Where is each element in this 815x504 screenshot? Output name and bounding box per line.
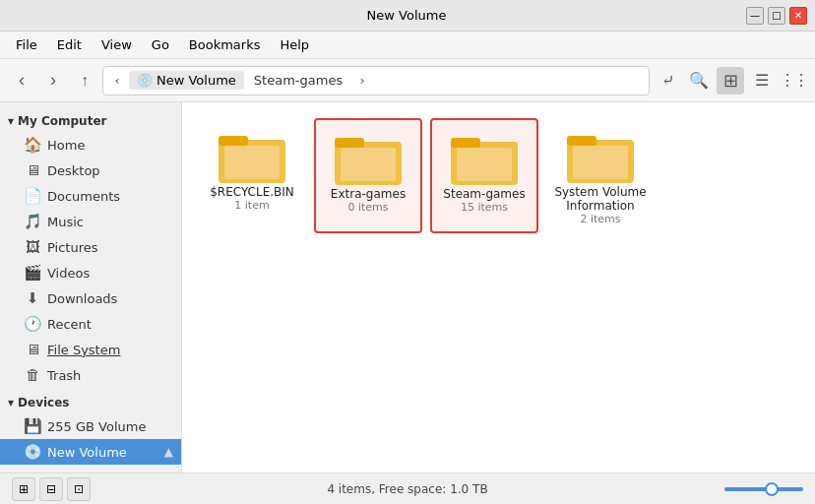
folder-steamgames-count: 15 items	[461, 201, 508, 214]
desktop-icon: 🖥	[24, 161, 41, 179]
folder-extragames-name: Extra-games	[331, 187, 406, 201]
folder-sysvolinfo-name: System Volume Information	[554, 185, 647, 213]
window-title: New Volume	[67, 8, 746, 23]
main-area: ▾ My Computer 🏠 Home 🖥 Desktop 📄 Documen…	[0, 102, 815, 472]
recent-label: Recent	[47, 317, 173, 332]
minimize-button[interactable]: —	[746, 7, 764, 25]
menu-file[interactable]: File	[8, 34, 45, 55]
computer-section-label: My Computer	[18, 114, 106, 128]
forward-button[interactable]: ›	[39, 67, 67, 94]
svg-rect-7	[451, 138, 480, 148]
svg-rect-10	[567, 136, 596, 146]
folder-extragames[interactable]: Extra-games 0 items	[314, 118, 422, 233]
breadcrumb-newvolume[interactable]: 💿 New Volume	[129, 71, 244, 90]
sidebar-item-newvolume[interactable]: 💿 New Volume ▲	[0, 439, 181, 465]
window-controls[interactable]: — □ ✕	[746, 7, 807, 25]
filesystem-icon: 🖥	[24, 341, 41, 358]
sidebar-item-documents[interactable]: 📄 Documents	[0, 183, 181, 209]
downloads-label: Downloads	[47, 291, 173, 306]
menu-view[interactable]: View	[94, 34, 140, 55]
newvolume-sidebar-icon: 💿	[24, 443, 41, 461]
status-bar: ⊞ ⊟ ⊡ 4 items, Free space: 1.0 TB	[0, 472, 815, 504]
status-left-buttons: ⊞ ⊟ ⊡	[12, 477, 91, 501]
view-compact-button[interactable]: ⋮⋮	[780, 67, 807, 94]
devices-chevron-icon: ▾	[8, 396, 14, 410]
breadcrumb-steamgames[interactable]: Steam-games	[246, 71, 350, 90]
folder-extragames-icon	[333, 128, 404, 187]
menu-help[interactable]: Help	[272, 34, 317, 55]
path-toggle-button[interactable]: ⤶	[654, 67, 681, 94]
downloads-icon: ⬇	[24, 289, 41, 307]
view-grid-button[interactable]: ⊞	[717, 67, 744, 94]
eject-icon[interactable]: ▲	[164, 445, 173, 459]
menu-bar: File Edit View Go Bookmarks Help	[0, 32, 815, 59]
search-button[interactable]: 🔍	[685, 67, 713, 94]
sidebar-section-devices[interactable]: ▾ Devices	[0, 392, 181, 413]
svg-rect-2	[224, 146, 280, 179]
folder-sysvolinfo-count: 2 items	[580, 213, 620, 225]
sidebar-item-volume255[interactable]: 💾 255 GB Volume	[0, 413, 181, 439]
devices-section-label: Devices	[18, 396, 69, 410]
videos-icon: 🎬	[24, 264, 41, 282]
title-bar: New Volume — □ ✕	[0, 0, 815, 32]
toolbar-right: ⤶ 🔍 ⊞ ☰ ⋮⋮	[654, 67, 807, 94]
sidebar-item-filesystem[interactable]: 🖥 File System	[0, 337, 181, 362]
desktop-label: Desktop	[47, 163, 173, 178]
folder-sysvolinfo-icon	[565, 126, 636, 185]
sidebar-item-music[interactable]: 🎵 Music	[0, 209, 181, 234]
folder-recycle-name: $RECYCLE.BIN	[210, 185, 294, 199]
music-icon: 🎵	[24, 213, 41, 230]
sidebar-item-desktop[interactable]: 🖥 Desktop	[0, 158, 181, 183]
documents-label: Documents	[47, 189, 173, 204]
svg-rect-1	[219, 136, 248, 146]
music-label: Music	[47, 215, 173, 229]
status-text: 4 items, Free space: 1.0 TB	[98, 482, 717, 496]
sidebar-item-pictures[interactable]: 🖼 Pictures	[0, 234, 181, 260]
bc-next[interactable]: ›	[352, 69, 372, 93]
close-button[interactable]: ✕	[789, 7, 807, 25]
up-button[interactable]: ↑	[71, 67, 98, 94]
folder-steamgames-name: Steam-games	[443, 187, 525, 201]
folder-recycle-icon	[217, 126, 287, 185]
zoom-slider[interactable]	[724, 487, 803, 491]
folder-recycle[interactable]: $RECYCLE.BIN 1 item	[198, 118, 306, 233]
documents-icon: 📄	[24, 187, 41, 205]
status-btn2[interactable]: ⊟	[39, 477, 63, 501]
videos-label: Videos	[47, 266, 173, 281]
sidebar-item-home[interactable]: 🏠 Home	[0, 132, 181, 158]
breadcrumb-bar: ‹ 💿 New Volume Steam-games ›	[102, 66, 650, 95]
pictures-icon: 🖼	[24, 238, 41, 256]
sidebar-section-computer[interactable]: ▾ My Computer	[0, 110, 181, 132]
bc-prev[interactable]: ‹	[107, 69, 127, 93]
svg-rect-8	[457, 148, 512, 181]
status-btn3[interactable]: ⊡	[67, 477, 91, 501]
trash-label: Trash	[47, 368, 173, 383]
sidebar-item-videos[interactable]: 🎬 Videos	[0, 260, 181, 285]
filesystem-label: File System	[47, 343, 173, 357]
maximize-button[interactable]: □	[768, 7, 785, 25]
back-button[interactable]: ‹	[8, 67, 35, 94]
newvolume-sidebar-label: New Volume	[47, 445, 158, 460]
volume255-label: 255 GB Volume	[47, 419, 173, 434]
slider-track	[724, 487, 803, 491]
menu-go[interactable]: Go	[144, 34, 177, 55]
svg-rect-4	[335, 138, 364, 148]
menu-bookmarks[interactable]: Bookmarks	[181, 34, 269, 55]
sidebar-item-downloads[interactable]: ⬇ Downloads	[0, 285, 181, 311]
sidebar: ▾ My Computer 🏠 Home 🖥 Desktop 📄 Documen…	[0, 102, 182, 472]
trash-icon: 🗑	[24, 366, 41, 384]
folder-steamgames[interactable]: Steam-games 15 items	[430, 118, 538, 233]
sidebar-item-recent[interactable]: 🕐 Recent	[0, 311, 181, 337]
toolbar: ‹ › ↑ ‹ 💿 New Volume Steam-games › ⤶ 🔍 ⊞…	[0, 59, 815, 102]
volume255-icon: 💾	[24, 417, 41, 435]
folder-sysvolinfo[interactable]: System Volume Information 2 items	[546, 118, 655, 233]
pictures-label: Pictures	[47, 240, 173, 255]
home-label: Home	[47, 138, 173, 153]
menu-edit[interactable]: Edit	[49, 34, 90, 55]
home-icon: 🏠	[24, 136, 41, 154]
folder-recycle-count: 1 item	[234, 199, 269, 212]
file-area: $RECYCLE.BIN 1 item Extra-games 0 items …	[182, 102, 815, 472]
sidebar-item-trash[interactable]: 🗑 Trash	[0, 362, 181, 388]
status-btn1[interactable]: ⊞	[12, 477, 35, 501]
view-list-button[interactable]: ☰	[748, 67, 776, 94]
